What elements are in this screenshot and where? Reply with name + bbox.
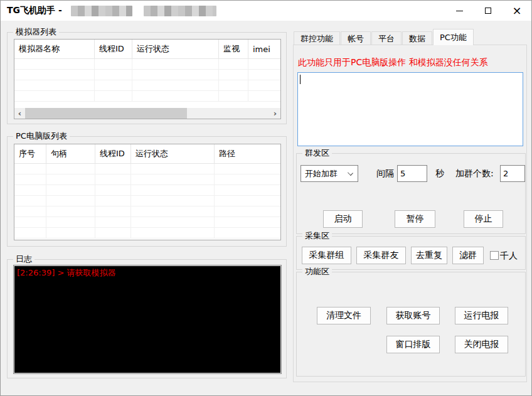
- column-header[interactable]: 序号: [14, 144, 46, 163]
- table-row: [14, 217, 280, 228]
- thousand-checkbox[interactable]: [490, 251, 499, 260]
- emulator-list-group: 模拟器列表 模拟器名称 线程ID 运行状态 监视 imei ‹ ›: [7, 32, 287, 124]
- maximize-button[interactable]: [474, 1, 503, 21]
- action-select[interactable]: 开始加群: [301, 165, 358, 182]
- maximize-icon: [485, 8, 491, 14]
- log-group: 日志 [2:26:39] > 请获取模拟器: [7, 259, 287, 378]
- scroll-right-icon[interactable]: ›: [270, 108, 280, 119]
- chevron-down-icon: [348, 170, 353, 176]
- function-group: 功能区 清理文件 获取账号 运行电报 窗口排版 关闭电报: [296, 272, 526, 377]
- scrollbar-thumb[interactable]: [25, 108, 187, 119]
- column-header[interactable]: 模拟器名称: [14, 40, 95, 58]
- collect-members-button[interactable]: 采集群友: [356, 247, 406, 264]
- table-row: [14, 196, 280, 206]
- minimize-icon: [456, 11, 463, 11]
- interval-label: 间隔: [376, 168, 394, 179]
- column-header[interactable]: 路径: [215, 144, 280, 163]
- titlebar: TG飞机助手 - ×: [1, 1, 531, 21]
- pc-list-group-title: PC电脑版列表: [13, 131, 70, 141]
- pc-table-header: 序号 句柄 线程ID 运行状态 路径: [14, 144, 280, 164]
- scroll-left-icon[interactable]: ‹: [14, 108, 25, 119]
- log-console[interactable]: [2:26:39] > 请获取模拟器: [13, 265, 282, 374]
- redacted-block: [144, 6, 216, 16]
- pause-button[interactable]: 暂停: [395, 210, 435, 228]
- collect-group: 采集区 采集群组 采集群友 去重复 滤群 千人: [296, 236, 526, 270]
- table-row: [14, 91, 280, 102]
- column-header[interactable]: 运行状态: [132, 40, 219, 58]
- seconds-label: 秒: [435, 168, 444, 179]
- window-controls: ×: [445, 1, 531, 21]
- column-header[interactable]: 句柄: [46, 144, 95, 163]
- column-header[interactable]: 线程ID: [95, 40, 132, 58]
- table-row: [14, 59, 280, 70]
- tab-group-control[interactable]: 群控功能: [294, 31, 340, 45]
- tab-pc-function[interactable]: PC功能: [433, 29, 474, 45]
- redacted-block: [71, 6, 132, 16]
- tab-account[interactable]: 帐号: [341, 31, 371, 45]
- get-accounts-button[interactable]: 获取账号: [386, 307, 440, 324]
- collect-groups-button[interactable]: 采集群组: [302, 247, 351, 264]
- pc-list-table[interactable]: 序号 句柄 线程ID 运行状态 路径: [14, 144, 281, 240]
- table-row: [14, 164, 280, 174]
- table-row: [14, 185, 280, 196]
- thousand-checkbox-label[interactable]: 千人: [500, 250, 518, 262]
- join-count-input[interactable]: [500, 165, 525, 182]
- log-group-title: 日志: [13, 254, 35, 264]
- arrange-windows-button[interactable]: 窗口排版: [386, 336, 440, 353]
- table-row: [14, 70, 280, 80]
- text-cursor: [300, 75, 301, 84]
- collect-group-title: 采集区: [302, 231, 332, 241]
- mass-send-group: 群发区 开始加群 间隔 秒 加群个数: 启动 暂停 停止: [296, 153, 526, 234]
- close-telegram-button[interactable]: 关闭电报: [455, 336, 508, 353]
- join-count-label: 加群个数:: [455, 168, 494, 179]
- column-header[interactable]: 线程ID: [95, 144, 131, 163]
- interval-input[interactable]: [397, 165, 427, 182]
- filter-groups-button[interactable]: 滤群: [452, 247, 484, 264]
- tab-strip: 群控功能 帐号 平台 数据 PC功能: [294, 31, 474, 45]
- table-row: [14, 206, 280, 217]
- run-telegram-button[interactable]: 运行电报: [455, 307, 508, 324]
- horizontal-scrollbar[interactable]: ‹ ›: [14, 108, 280, 119]
- mass-send-group-title: 群发区: [302, 148, 332, 158]
- group-links-textarea[interactable]: [297, 72, 523, 146]
- pc-list-group: PC电脑版列表 序号 句柄 线程ID 运行状态 路径: [7, 136, 287, 247]
- clean-files-button[interactable]: 清理文件: [317, 307, 371, 324]
- table-row: [14, 80, 280, 91]
- column-header[interactable]: imei: [248, 40, 279, 58]
- table-row: [14, 174, 280, 185]
- column-header[interactable]: 运行状态: [131, 144, 215, 163]
- warning-text: 此功能只用于PC电脑版操作 和模拟器没任何关系: [298, 57, 523, 68]
- table-row: [14, 228, 280, 238]
- window-title: TG飞机助手 -: [7, 5, 62, 16]
- stop-button[interactable]: 停止: [464, 210, 503, 228]
- tab-data[interactable]: 数据: [402, 31, 432, 45]
- dedupe-button[interactable]: 去重复: [411, 247, 447, 264]
- log-entry: [2:26:39] > 请获取模拟器: [17, 267, 278, 278]
- column-header[interactable]: 监视: [219, 40, 248, 58]
- app-window: TG飞机助手 - × 模拟器列表 模拟器名称 线程ID 运行状态 监视 imei: [0, 0, 532, 396]
- emulator-list-table[interactable]: 模拟器名称 线程ID 运行状态 监视 imei ‹ ›: [14, 39, 281, 119]
- close-button[interactable]: ×: [503, 1, 531, 21]
- start-button[interactable]: 启动: [323, 210, 363, 228]
- emulator-list-group-title: 模拟器列表: [13, 27, 59, 37]
- pc-function-panel: 此功能只用于PC电脑版操作 和模拟器没任何关系 群发区 开始加群 间隔 秒 加群…: [293, 45, 527, 382]
- function-group-title: 功能区: [302, 267, 332, 277]
- close-icon: ×: [512, 5, 521, 16]
- action-select-value: 开始加群: [305, 168, 338, 179]
- tab-platform[interactable]: 平台: [371, 31, 402, 45]
- emulator-table-header: 模拟器名称 线程ID 运行状态 监视 imei: [14, 40, 280, 59]
- minimize-button[interactable]: [445, 1, 474, 21]
